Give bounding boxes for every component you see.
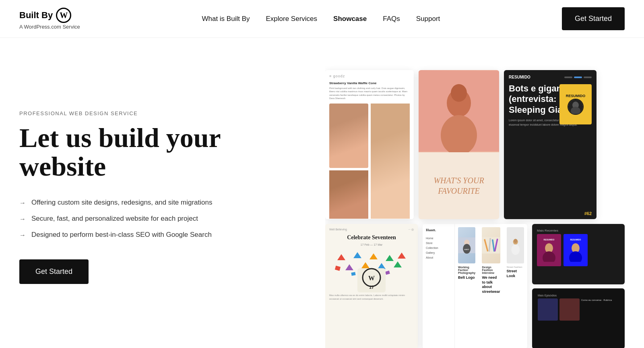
huntt-person-svg: HUNTT	[458, 227, 475, 263]
svg-marker-8	[353, 252, 361, 258]
huntt-card: Huntt. Home Store Collection Gallery Abo…	[423, 224, 527, 348]
resumido-bottom-items: RESUMIDO RESUMIDO	[537, 234, 620, 266]
svg-text:17: 17	[369, 285, 374, 290]
resumido-yellow-box: RESUMIDO	[559, 84, 592, 124]
resumido-bottom-card-2: Mais Episódios Como eu converse · Rubric…	[532, 288, 625, 348]
arrow-icon-1: →	[19, 198, 26, 208]
resumido-bottom-stack: Mais Recentes RESUMIDO	[532, 224, 625, 348]
resumido-bottom-blue: RESUMIDO	[564, 234, 588, 266]
feature-item-1: → Offering custom site designs, redesign…	[19, 197, 293, 208]
resumido-more-item-1	[538, 298, 558, 321]
nav-faqs[interactable]: FAQs	[383, 15, 400, 23]
header-get-started-button[interactable]: Get Started	[562, 7, 625, 30]
goodz-product-title: Strawberry Vanilla Waffle Cone	[329, 81, 410, 85]
huntt-logo: Huntt.	[426, 228, 451, 232]
resumido-bottom-section: Mais Recentes	[537, 229, 620, 232]
goodz-inner: ≡ goodz Strawberry Vanilla Waffle Cone P…	[325, 70, 414, 219]
logo-subtitle: A WordPress.com Service	[19, 24, 80, 30]
celebrate-subtitle: 17 Feb — 17 Mar	[329, 243, 414, 246]
svg-marker-12	[345, 264, 353, 270]
feature-item-3: → Designed to perform best-in-class SEO …	[19, 230, 293, 240]
hero-section: PROFESSIONAL WEB DESIGN SERVICE Let us b…	[0, 38, 644, 348]
svg-marker-11	[398, 253, 406, 259]
resumido-bottom-card1-inner: Mais Recentes RESUMIDO	[535, 227, 621, 281]
showcase-row-1: ≡ goodz Strawberry Vanilla Waffle Cone P…	[325, 70, 625, 219]
svg-marker-13	[361, 262, 369, 268]
resumido-purple-label: RESUMIDO	[541, 238, 557, 241]
goodz-header: ≡ goodz	[329, 74, 410, 78]
resumido-more-item-2	[559, 298, 580, 321]
resumido-person-svg	[568, 99, 583, 114]
huntt-menu-home: Home	[426, 237, 451, 240]
resumido-nav: RESUMIDO	[509, 75, 592, 79]
goodz-image-standing	[371, 104, 410, 219]
svg-marker-15	[394, 261, 402, 267]
resumido-blue-person	[568, 242, 584, 262]
arrow-icon-3: →	[19, 230, 26, 240]
resumido-bottom-purple: RESUMIDO	[537, 234, 561, 266]
logo[interactable]: Built By W	[19, 8, 80, 23]
celebrate-inner: Well Believing ··· ◎ Celebrate Seventeen…	[325, 224, 418, 348]
huntt-menu-about: About	[426, 256, 451, 259]
resumido-yellow-label: RESUMIDO	[566, 94, 586, 98]
main-nav: What is Built By Explore Services Showca…	[202, 15, 440, 23]
huntt-col2-image	[482, 227, 500, 263]
celebrate-confetti-area: W 17	[329, 250, 414, 290]
svg-text:HUNTT: HUNTT	[464, 249, 470, 251]
huntt-menu-store: Store	[426, 242, 451, 244]
svg-point-36	[514, 239, 517, 243]
arrow-icon-2: →	[19, 214, 26, 224]
svg-rect-19	[385, 271, 390, 275]
svg-marker-7	[337, 254, 345, 260]
resumido-more-text: Como eu converse · Rubrica	[581, 298, 619, 321]
goodz-image-curly	[329, 170, 368, 219]
resumido-person-circle	[568, 99, 584, 115]
resumido-logo: RESUMIDO	[509, 75, 530, 79]
nav-explore-services[interactable]: Explore Services	[266, 15, 317, 23]
celebrate-svg: W 17	[329, 250, 414, 294]
nav-dot-3	[584, 77, 592, 78]
huntt-col2-title: We need to talk about streetwear	[482, 276, 500, 294]
feature-text-1: Offering custom site designs, redesigns,…	[31, 197, 212, 208]
nav-support[interactable]: Support	[416, 15, 440, 23]
huntt-col2-label: Design Fashion Interview	[482, 266, 500, 274]
resumido-purple-person	[541, 242, 557, 262]
hero-features: → Offering custom site designs, redesign…	[19, 197, 293, 240]
nav-dot-1	[564, 77, 572, 78]
resumido-ep-number: #62	[584, 211, 592, 216]
favourite-bottom: WHAT'S YOUR FAVOURITE	[419, 152, 499, 220]
celebrate-card: Well Believing ··· ◎ Celebrate Seventeen…	[325, 224, 418, 348]
huntt-col3-title: Street Look	[507, 269, 524, 278]
huntt-col1-title: Belt Logo	[458, 276, 475, 280]
resumido-bottom-card-1: Mais Recentes RESUMIDO	[532, 224, 625, 284]
resumido-bottom-card2-inner: Mais Episódios Como eu converse · Rubric…	[535, 292, 621, 346]
resumido-yellow-inner: RESUMIDO	[566, 94, 586, 115]
svg-rect-16	[335, 266, 341, 271]
huntt-inner: Huntt. Home Store Collection Gallery Abo…	[423, 224, 527, 348]
resumido-more-items: Como eu converse · Rubrica	[538, 298, 619, 321]
goodz-images	[329, 104, 410, 219]
celebrate-nav-bar: Well Believing ··· ◎	[329, 228, 414, 231]
nav-showcase[interactable]: Showcase	[333, 15, 367, 23]
feature-text-3: Designed to perform best-in-class SEO wi…	[31, 230, 212, 240]
huntt-col3-image	[507, 227, 524, 263]
celebrate-title: Celebrate Seventeen	[329, 234, 414, 241]
svg-marker-14	[378, 263, 386, 269]
svg-rect-17	[351, 272, 355, 276]
hero-get-started-button[interactable]: Get Started	[19, 259, 89, 284]
svg-marker-10	[386, 255, 394, 261]
huntt-col1-label: Working Faction Photography	[458, 266, 475, 274]
nav-dot-2	[574, 77, 582, 78]
svg-marker-9	[369, 253, 378, 259]
resumido-more-label: Mais Episódios	[538, 294, 619, 297]
huntt-man-svg	[507, 227, 524, 263]
celebrate-nav-right: ··· ◎	[408, 228, 414, 231]
svg-point-3	[451, 84, 467, 102]
favourite-mockup-card: WHAT'S YOUR FAVOURITE	[419, 70, 499, 219]
svg-point-35	[511, 244, 520, 255]
huntt-col-2: Design Fashion Interview We need to talk…	[479, 224, 503, 348]
resumido-nav-dots	[564, 77, 592, 78]
resumido-top-card: RESUMIDO Bots e gigantes (entrevista: Sl…	[504, 70, 597, 219]
nav-what-is-built-by[interactable]: What is Built By	[202, 15, 250, 23]
huntt-sidebar: Huntt. Home Store Collection Gallery Abo…	[423, 224, 455, 348]
